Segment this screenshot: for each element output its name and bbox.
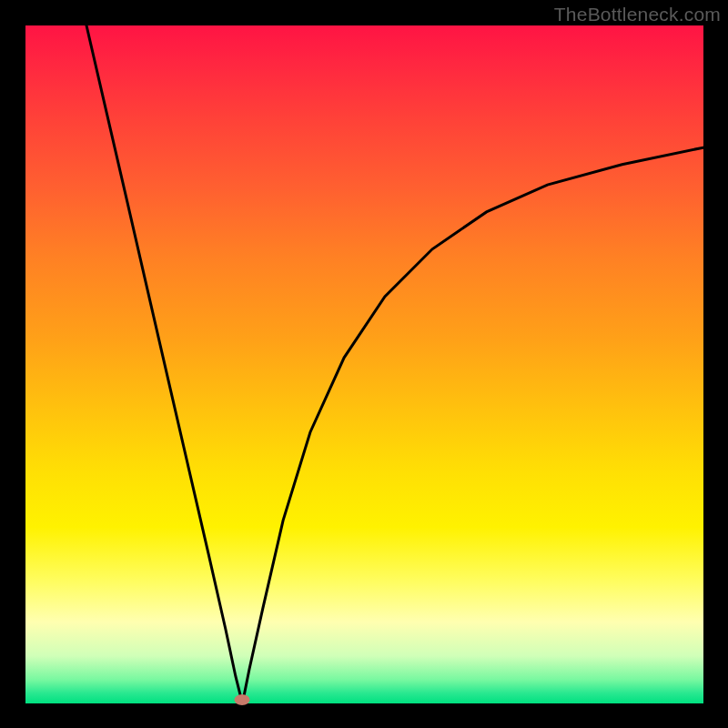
plot-area	[25, 25, 703, 703]
curve-right-branch	[242, 147, 703, 703]
bottleneck-curve	[25, 25, 703, 703]
curve-left-branch	[86, 25, 242, 703]
optimum-marker	[235, 694, 250, 705]
watermark-text: TheBottleneck.com	[554, 4, 721, 25]
chart-frame: TheBottleneck.com	[0, 0, 728, 728]
